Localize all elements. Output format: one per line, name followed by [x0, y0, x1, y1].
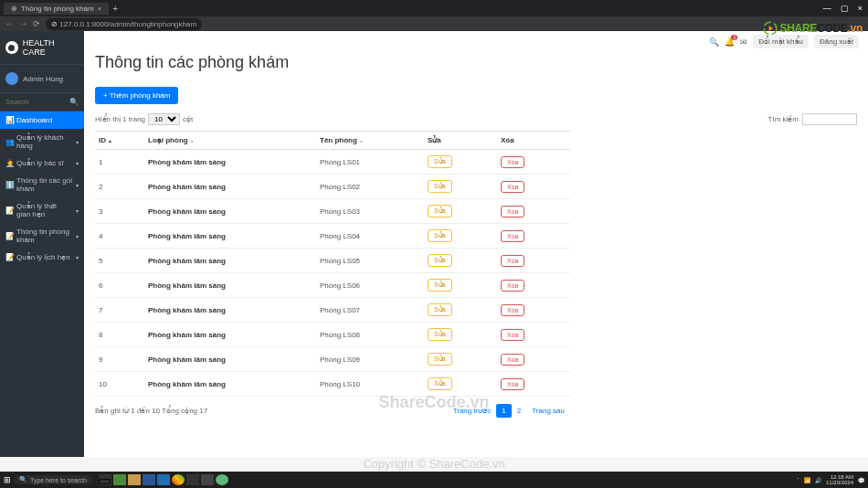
browser-tab-strip: ⊕ Thông tin phòng khám × + — ▢ × [0, 0, 868, 16]
tray-volume-icon[interactable]: 🔊 [815, 477, 821, 483]
table-search-input[interactable] [802, 113, 857, 125]
watermark-logo: SHARECODE.vn [762, 20, 863, 37]
brand-row[interactable]: HEALTH CARE [0, 31, 84, 64]
page-title: Thông tin các phòng khám [95, 53, 857, 72]
window-close-button[interactable]: × [858, 4, 863, 13]
window-minimize-button[interactable]: — [823, 4, 831, 13]
svg-marker-1 [768, 26, 773, 31]
table-info: Bản ghi từ 1 đến 10 Tổng cộng 17 [95, 407, 207, 415]
next-page[interactable]: Trang sau [526, 404, 570, 418]
delete-button[interactable]: Xóa [501, 304, 524, 316]
col-type[interactable]: Loại phòng [144, 132, 316, 150]
delete-button[interactable]: Xóa [501, 230, 524, 242]
reload-button[interactable]: ⟳ [33, 19, 40, 28]
page-2[interactable]: 2 [512, 404, 526, 418]
cell-type: Phòng khám lâm sàng [144, 224, 316, 249]
forward-button[interactable]: → [19, 19, 27, 28]
delete-button[interactable]: Xóa [501, 280, 524, 292]
delete-button[interactable]: Xóa [501, 329, 524, 341]
change-password-button[interactable]: Đổi mật khẩu [753, 35, 809, 48]
search-icon[interactable]: 🔍 [709, 37, 719, 47]
browser-toolbar: ← → ⟳ ⊘ 127.0.0.1:8000/admin/thongtinpho… [0, 16, 868, 31]
delete-button[interactable]: Xóa [501, 378, 524, 390]
sidebar-item-5[interactable]: 📝Thông tin phòng khám▾ [0, 223, 84, 249]
edit-button[interactable]: Sửa [428, 180, 452, 193]
col-edit: Sửa [424, 132, 497, 150]
app-icon-4[interactable] [216, 474, 228, 485]
table-row: 6Phòng khám lâm sàngPhòng LS06SửaXóa [95, 273, 570, 298]
sidebar-item-3[interactable]: ℹ️Thông tin các gói khám▾ [0, 172, 84, 197]
table-row: 8Phòng khám lâm sàngPhòng LS08SửaXóa [95, 323, 570, 347]
tray-wifi-icon[interactable]: 📶 [804, 477, 810, 483]
edit-button[interactable]: Sửa [428, 353, 452, 366]
search-icon[interactable]: 🔍 [69, 98, 79, 106]
edit-button[interactable]: Sửa [428, 377, 452, 390]
sidebar-item-0[interactable]: 📊Dashboard [0, 111, 84, 129]
delete-button[interactable]: Xóa [501, 156, 524, 168]
nav-label: Quản lý bác sĩ [16, 159, 64, 167]
edit-button[interactable]: Sửa [428, 205, 452, 217]
sidebar-search[interactable]: 🔍 [0, 93, 84, 111]
delete-button[interactable]: Xóa [501, 181, 524, 193]
search-input[interactable] [5, 98, 60, 106]
tray-chevron-icon[interactable]: ˄ [797, 477, 799, 483]
nav-label: Quản lý khách hàng [16, 133, 72, 150]
app-icon[interactable] [113, 474, 126, 485]
table-row: 1Phòng khám lâm sàngPhòng LS01SửaXóa [95, 150, 570, 175]
cell-id: 5 [95, 249, 144, 273]
col-name[interactable]: Tên phòng [316, 132, 424, 150]
table-row: 4Phòng khám lâm sàngPhòng LS04SửaXóa [95, 224, 570, 249]
sidebar-item-4[interactable]: 📝Quản lý thời gian hẹn▾ [0, 197, 84, 223]
nav-icon: 📝 [5, 232, 13, 240]
window-maximize-button[interactable]: ▢ [841, 4, 849, 13]
delete-button[interactable]: Xóa [501, 354, 524, 366]
chevron-down-icon: ▾ [76, 160, 79, 166]
back-button[interactable]: ← [5, 19, 14, 28]
app-icon-2[interactable] [186, 474, 199, 485]
page-1[interactable]: 1 [496, 404, 511, 418]
explorer-icon[interactable] [128, 474, 141, 485]
chrome-icon[interactable] [172, 474, 185, 485]
user-row[interactable]: Admin Hùng [0, 64, 84, 93]
taskbar-search[interactable]: 🔍 Type here to search [14, 475, 92, 484]
taskview-icon[interactable]: ▭ [99, 474, 111, 485]
edit-button[interactable]: Sửa [428, 303, 452, 316]
table-row: 2Phòng khám lâm sàngPhòng LS02SửaXóa [95, 175, 570, 199]
app-icon-3[interactable] [201, 474, 214, 485]
browser-tab-active[interactable]: ⊕ Thông tin phòng khám × [4, 3, 109, 15]
clock[interactable]: 12:18 AM 11/20/2024 [826, 474, 853, 485]
delete-button[interactable]: Xóa [501, 206, 524, 217]
notifications-tray-icon[interactable]: 💬 [858, 477, 864, 483]
edit-button[interactable]: Sửa [428, 279, 452, 292]
edit-button[interactable]: Sửa [428, 155, 452, 168]
cell-name: Phòng LS04 [316, 224, 424, 249]
table-row: 5Phòng khám lâm sàngPhòng LS05SửaXóa [95, 249, 570, 273]
edge-icon[interactable] [143, 474, 155, 485]
sidebar-item-6[interactable]: 📝Quản lý lịch hẹn▾ [0, 249, 84, 266]
notifications-icon[interactable]: 🔔2 [725, 37, 735, 47]
logout-button[interactable]: Đăng xuất [814, 35, 859, 48]
messages-icon[interactable]: ✉ [740, 37, 747, 47]
sidebar-item-2[interactable]: 🧑‍⚕️Quản lý bác sĩ▾ [0, 154, 84, 172]
edit-button[interactable]: Sửa [428, 229, 452, 242]
edit-button[interactable]: Sửa [428, 254, 452, 267]
vscode-icon[interactable] [157, 474, 170, 485]
brand-name: HEALTH CARE [23, 38, 79, 57]
chevron-down-icon: ▾ [76, 139, 79, 145]
cell-name: Phòng LS09 [316, 347, 424, 372]
address-bar[interactable]: ⊘ 127.0.0.1:8000/admin/thongtinphongkham [46, 18, 202, 30]
cell-name: Phòng LS08 [316, 323, 424, 347]
col-id[interactable]: ID [95, 132, 144, 150]
cell-id: 10 [95, 372, 144, 397]
new-tab-button[interactable]: + [112, 4, 118, 14]
start-button[interactable]: ⊞ [4, 475, 11, 484]
delete-button[interactable]: Xóa [501, 255, 524, 267]
add-room-button[interactable]: + Thêm phòng khám [95, 87, 178, 104]
close-icon[interactable]: × [98, 5, 102, 13]
nav-label: Thông tin phòng khám [16, 228, 72, 244]
nav-icon: 📝 [5, 207, 13, 215]
cell-id: 7 [95, 298, 144, 323]
sidebar-item-1[interactable]: 👥Quản lý khách hàng▾ [0, 129, 84, 154]
edit-button[interactable]: Sửa [428, 328, 452, 341]
page-length-select[interactable]: 10 [148, 113, 180, 125]
